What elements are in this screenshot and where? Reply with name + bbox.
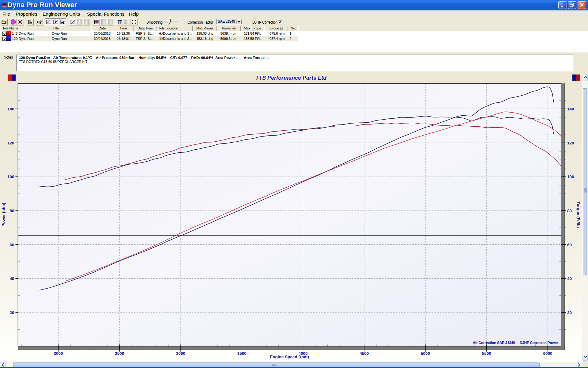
svg-text:2500: 2500 — [115, 351, 124, 356]
svg-text:80: 80 — [9, 209, 14, 213]
svg-text:3500: 3500 — [237, 351, 247, 356]
svg-text:40: 40 — [9, 276, 14, 281]
svg-text:5000: 5000 — [421, 351, 430, 356]
svg-text:100: 100 — [567, 174, 574, 179]
svg-text:140: 140 — [7, 107, 14, 111]
svg-text:2000: 2000 — [54, 351, 63, 356]
svg-text:120: 120 — [7, 141, 14, 145]
svg-text:Engine Speed (rpm): Engine Speed (rpm) — [270, 355, 309, 359]
svg-text:Torque (Ft/lb): Torque (Ft/lb) — [576, 201, 581, 228]
svg-text:140: 140 — [567, 107, 574, 111]
svg-text:3000: 3000 — [176, 351, 185, 356]
svg-text:6000: 6000 — [543, 351, 552, 356]
svg-text:123: 123 — [119, 20, 122, 22]
svg-text:20: 20 — [9, 310, 14, 315]
svg-text:5500: 5500 — [482, 351, 491, 356]
svg-text:20: 20 — [567, 310, 572, 315]
svg-text:60: 60 — [567, 243, 572, 247]
svg-text:60: 60 — [9, 243, 14, 247]
svg-text:1: 1 — [61, 20, 63, 23]
svg-text:4500: 4500 — [360, 351, 369, 356]
svg-text:1: 1 — [55, 20, 57, 24]
svg-text:80: 80 — [567, 209, 572, 213]
svg-text:120: 120 — [567, 141, 574, 145]
svg-text:TTS Performance Parts Ltd: TTS Performance Parts Ltd — [255, 75, 327, 81]
svg-text:40: 40 — [567, 276, 572, 281]
svg-text:100: 100 — [7, 174, 14, 179]
svg-text:Air Correction SAE J1349 D: Air Correction SAE J1349 DJHP Corrected … — [473, 341, 558, 345]
svg-text:Power (bhp): Power (bhp) — [1, 203, 6, 227]
